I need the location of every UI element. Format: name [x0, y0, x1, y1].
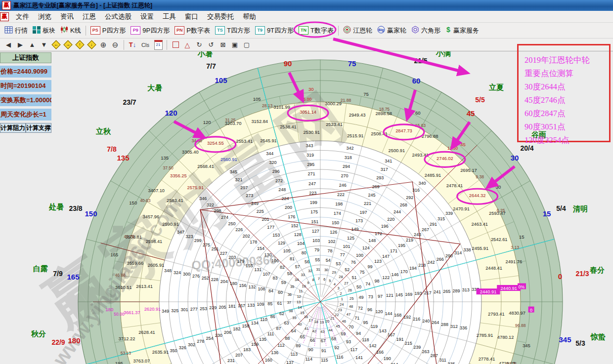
square-tool-icon[interactable]	[170, 40, 181, 50]
calc-support-button[interactable]: 计算支撑	[26, 123, 51, 133]
svg-text:90: 90	[284, 59, 292, 68]
toolbar-item-T四方形[interactable]: TST四方形	[213, 25, 253, 36]
toolbar-item-板块[interactable]: 板块	[30, 25, 58, 36]
svg-text:269: 269	[372, 184, 380, 189]
svg-text:101: 101	[343, 244, 350, 249]
toolbar-item-行情[interactable]: 行情	[2, 25, 30, 36]
diamond-down-icon[interactable]: ↓	[86, 40, 97, 50]
svg-text:1: 1	[341, 297, 343, 301]
svg-text:2478.41: 2478.41	[446, 183, 463, 188]
svg-text:105: 105	[215, 76, 227, 84]
toolbar-item-9P四方形[interactable]: P99P四方形	[128, 25, 172, 36]
toolbar-item-K线[interactable]: K线	[58, 25, 84, 36]
toolbar-item-六角形[interactable]: 六角形	[409, 25, 443, 36]
svg-text:273: 273	[246, 193, 253, 198]
toolbar-item-label: 江恩轮	[353, 26, 372, 35]
menu-item-8[interactable]: 窗口	[180, 11, 203, 22]
svg-text:92: 92	[334, 345, 339, 350]
menu-item-10[interactable]: 帮助	[238, 11, 261, 22]
svg-text:316: 316	[412, 188, 420, 193]
menu-item-2[interactable]: 浏览	[34, 11, 56, 22]
nav-left-icon[interactable]: ◀	[3, 40, 14, 50]
svg-text:201: 201	[262, 217, 269, 222]
svg-text:3: 3	[337, 286, 339, 290]
zoom-in-icon[interactable]: ⊕	[98, 40, 109, 50]
svg-text:106: 106	[271, 258, 279, 263]
toolbar-item-label: T数字表	[310, 26, 334, 35]
time-down-icon[interactable]: T↓	[127, 40, 138, 50]
center-tool-icon[interactable]: ▣	[229, 40, 240, 50]
toolbar-item-赢家服务[interactable]: $赢家服务	[443, 25, 482, 36]
svg-text:33: 33	[301, 273, 305, 277]
svg-text:5: 5	[329, 279, 331, 283]
rotate-ccw-icon[interactable]: ↺	[206, 40, 217, 50]
svg-text:128: 128	[294, 232, 302, 237]
toolbar-item-赢家轮[interactable]: Big赢家轮	[375, 25, 409, 36]
menu-item-7[interactable]: 工具	[158, 11, 180, 22]
svg-text:2542.61: 2542.61	[491, 237, 508, 242]
nav-down-icon[interactable]: ▼	[39, 40, 49, 50]
svg-text:4: 4	[334, 282, 336, 286]
svg-text:274: 274	[221, 215, 228, 220]
annotation-line-3: 30度2644点	[525, 80, 609, 93]
toolbar-item-P四方形[interactable]: PSP四方形	[88, 25, 129, 36]
toolbar-item-江恩轮[interactable]: 江恩轮	[341, 25, 375, 36]
menu-item-1[interactable]: 文件	[11, 11, 34, 22]
calc-resistance-button[interactable]: 计算阻力	[0, 123, 26, 133]
toolbar-separator	[86, 26, 86, 36]
solar-term-label: 小暑	[197, 51, 213, 58]
svg-text:243: 243	[414, 232, 421, 237]
toolbar-item-label: 9T四方形	[267, 26, 294, 35]
svg-text:194: 194	[409, 266, 417, 271]
svg-text:3610.51: 3610.51	[115, 285, 132, 290]
svg-text:135: 135	[117, 154, 129, 162]
menu-item-5[interactable]: 公式选股	[100, 11, 136, 22]
toolbar-item-T数字表[interactable]: TNT数字表	[296, 25, 336, 36]
solar-term-label: 白露	[33, 264, 48, 273]
annotation-line-1: 2019年江恩轮中轮	[525, 53, 609, 67]
menu-item-6[interactable]: 设置	[136, 11, 158, 22]
svg-text:335: 335	[448, 362, 455, 364]
menu-item-9[interactable]: 交易委托	[203, 11, 238, 22]
svg-text:347: 347	[177, 230, 184, 235]
menu-item-3[interactable]: 资讯	[56, 11, 78, 22]
svg-text:2553.41: 2553.41	[236, 139, 253, 144]
svg-text:2500.91: 2500.91	[389, 148, 405, 153]
svg-text:207: 207	[235, 353, 243, 358]
svg-text:311: 311	[439, 358, 446, 363]
svg-text:111: 111	[267, 331, 274, 336]
diamond-right-icon[interactable]: →	[62, 40, 73, 50]
menu-item-4[interactable]: 江恩	[78, 11, 100, 22]
TN-badge-icon: TN	[299, 26, 308, 35]
diamond-up-icon[interactable]: ↑	[74, 40, 85, 50]
svg-text:43: 43	[320, 329, 324, 334]
toolbar-item-label: K线	[70, 26, 81, 35]
svg-text:34: 34	[295, 278, 299, 282]
nav-right-icon[interactable]: ▶	[15, 40, 26, 50]
nav-up-icon[interactable]: ▲	[27, 40, 38, 50]
svg-text:144: 144	[385, 311, 392, 316]
svg-text:75: 75	[359, 270, 364, 275]
rotate-cw-icon[interactable]: ↻	[194, 40, 205, 50]
svg-text:96.88: 96.88	[515, 323, 526, 328]
toolbar-item-9T四方形[interactable]: T99T四方形	[253, 25, 296, 36]
calendar-icon[interactable]: 21	[153, 40, 164, 50]
svg-text:322: 322	[207, 202, 214, 207]
zoom-out-icon[interactable]: ⊖	[110, 40, 121, 50]
triangle-tool-icon[interactable]: △	[182, 40, 193, 50]
svg-text:324: 324	[174, 270, 181, 275]
select-tool-icon[interactable]: ▢	[241, 40, 252, 50]
svg-text:45: 45	[336, 324, 340, 328]
svg-text:2785.91: 2785.91	[477, 333, 493, 338]
svg-text:336: 336	[460, 325, 467, 330]
svg-text:149: 149	[351, 227, 359, 232]
svg-text:2695.17: 2695.17	[460, 168, 477, 173]
diamond-left-icon[interactable]: ←	[50, 40, 61, 50]
svg-text:3051.14: 3051.14	[300, 110, 316, 115]
svg-text:148: 148	[368, 238, 376, 243]
svg-text:6.25: 6.25	[497, 208, 505, 213]
cls-icon[interactable]: Cls	[139, 40, 152, 50]
box-x-icon[interactable]: ⊠	[218, 40, 228, 50]
winner-wheel-icon: Big	[377, 26, 385, 35]
toolbar-item-P数字表[interactable]: PNP数字表	[172, 25, 213, 36]
